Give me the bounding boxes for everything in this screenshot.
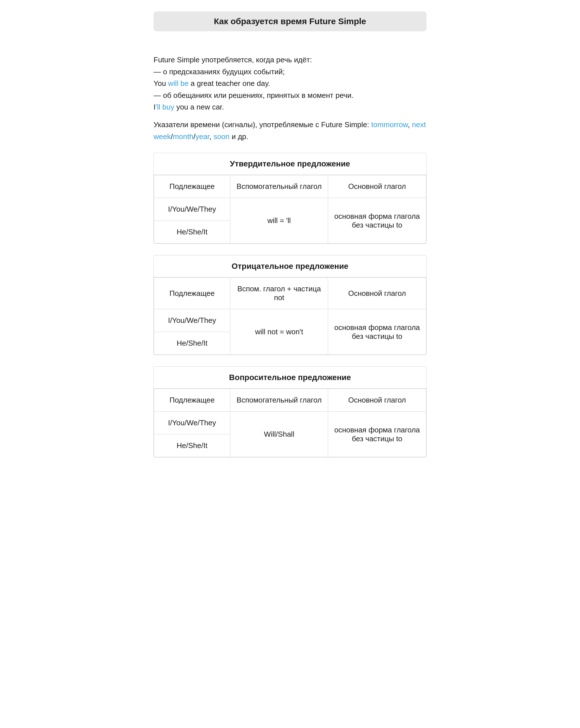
intro-line3-prefix: You xyxy=(154,79,168,87)
interrogative-aux-verb: Will/Shall xyxy=(230,412,328,457)
affirmative-header-row: Подлежащее Вспомогательный глагол Основн… xyxy=(154,175,426,198)
interrogative-data-row: I/You/We/They He/She/It Will/Shall основ… xyxy=(154,412,426,457)
intro-line6: Указатели времени (сигналы), употребляем… xyxy=(154,119,426,142)
ll-buy-highlight: 'll buy xyxy=(156,103,174,111)
negative-section: Отрицательное предложение Подлежащее Всп… xyxy=(154,255,426,355)
interrogative-subject-bottom: He/She/It xyxy=(154,435,230,457)
negative-header-row: Подлежащее Вспом. глагол + частица not О… xyxy=(154,278,426,309)
affirmative-header-main: Основной глагол xyxy=(328,175,426,198)
negative-data-row: I/You/We/They He/She/It will not = won't… xyxy=(154,309,426,355)
negative-header-subject: Подлежащее xyxy=(154,278,230,309)
intro-line5-suffix: you a new car. xyxy=(174,103,224,111)
intro-line5: I'll buy you a new car. xyxy=(154,101,426,113)
negative-aux-verb: will not = won't xyxy=(230,309,328,355)
interrogative-subjects: I/You/We/They He/She/It xyxy=(154,412,230,457)
negative-subject-bottom: He/She/It xyxy=(154,332,230,355)
intro-section: Future Simple употребляется, когда речь … xyxy=(154,54,426,142)
interrogative-header-row: Подлежащее Вспомогательный глагол Основн… xyxy=(154,389,426,412)
affirmative-main-verb: основная форма глагола без частицы to xyxy=(328,198,426,243)
interrogative-main-verb: основная форма глагола без частицы to xyxy=(328,412,426,457)
negative-main-verb: основная форма глагола без частицы to xyxy=(328,309,426,355)
intro-line3-suffix: a great teacher one day. xyxy=(189,79,270,87)
interrogative-title: Вопросительное предложение xyxy=(154,367,426,389)
interrogative-section: Вопросительное предложение Подлежащее Вс… xyxy=(154,366,426,458)
negative-subjects: I/You/We/They He/She/It xyxy=(154,309,230,355)
intro-line3: You will be a great teacher one day. xyxy=(154,78,426,89)
affirmative-data-row: I/You/We/They He/She/It will = 'll основ… xyxy=(154,198,426,243)
intro-line1: Future Simple употребляется, когда речь … xyxy=(154,54,426,66)
negative-subject-top: I/You/We/They xyxy=(154,309,230,332)
intro-line4: — об обещаниях или решениях, принятых в … xyxy=(154,89,426,102)
interrogative-header-aux: Вспомогательный глагол xyxy=(230,389,328,412)
affirmative-table: Подлежащее Вспомогательный глагол Основн… xyxy=(154,175,426,243)
affirmative-aux-verb: will = 'll xyxy=(230,198,328,243)
page-title: Как образуется время Future Simple xyxy=(154,11,426,31)
intro-line2: — о предсказаниях будущих событий; xyxy=(154,66,426,78)
affirmative-subject-top: I/You/We/They xyxy=(154,198,230,221)
interrogative-header-subject: Подлежащее xyxy=(154,389,230,412)
affirmative-header-aux: Вспомогательный глагол xyxy=(230,175,328,198)
negative-header-main: Основной глагол xyxy=(328,278,426,309)
negative-header-aux: Вспом. глагол + частица not xyxy=(230,278,328,309)
interrogative-header-main: Основной глагол xyxy=(328,389,426,412)
affirmative-subjects: I/You/We/They He/She/It xyxy=(154,198,230,243)
affirmative-title: Утвердительное предложение xyxy=(154,153,426,175)
will-be-highlight: will be xyxy=(168,79,189,87)
interrogative-table: Подлежащее Вспомогательный глагол Основн… xyxy=(154,389,426,457)
interrogative-subject-top: I/You/We/They xyxy=(154,412,230,435)
negative-title: Отрицательное предложение xyxy=(154,256,426,277)
affirmative-subject-bottom: He/She/It xyxy=(154,221,230,243)
affirmative-header-subject: Подлежащее xyxy=(154,175,230,198)
negative-table: Подлежащее Вспом. глагол + частица not О… xyxy=(154,277,426,355)
affirmative-section: Утвердительное предложение Подлежащее Вс… xyxy=(154,153,426,244)
